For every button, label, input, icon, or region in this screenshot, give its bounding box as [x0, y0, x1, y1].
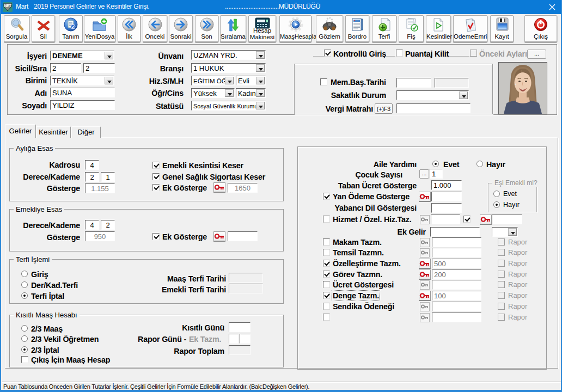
svg-text:NET: NET: [4, 4, 11, 8]
